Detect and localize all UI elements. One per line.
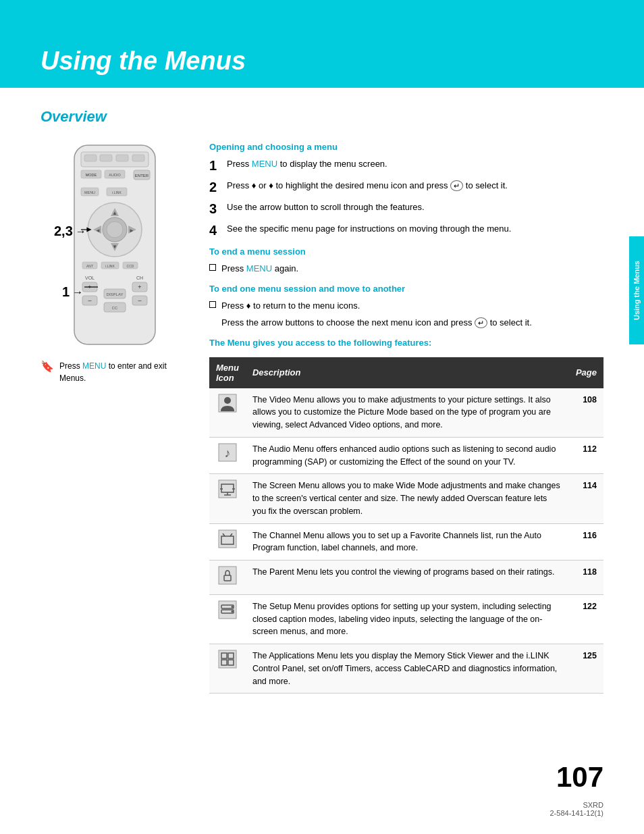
enter-button-symbol-2: ↵ — [475, 317, 487, 328]
svg-rect-5 — [132, 155, 144, 161]
end-session-list: Press MENU again. — [209, 262, 603, 276]
header-banner: Using the Menus — [0, 0, 644, 88]
end-move-text-2: Press the arrow buttons to choose the ne… — [221, 316, 532, 330]
bullet-square-2 — [209, 301, 216, 308]
table-row: The Applications Menu lets you display t… — [209, 644, 603, 694]
svg-text:ENTER: ENTER — [135, 174, 149, 178]
step-1-number: 1 — [209, 157, 221, 174]
step-2: 2 Press ♦ or ♦ to highlight the desired … — [209, 179, 603, 195]
table-row: The Video Menu allows you to make adjust… — [209, 388, 603, 438]
steps-list: 1 Press MENU to display the menu screen.… — [209, 157, 603, 238]
right-column: Opening and choosing a menu 1 Press MENU… — [209, 142, 603, 694]
end-session-heading: To end a menu session — [209, 246, 603, 257]
svg-rect-3 — [100, 155, 112, 161]
page-title: Using the Menus — [41, 47, 246, 76]
table-icon-cell — [209, 594, 246, 644]
svg-rect-2 — [84, 155, 97, 161]
end-session-text-1: Press MENU again. — [221, 262, 298, 276]
table-icon-cell — [209, 474, 246, 523]
svg-text:MENU: MENU — [84, 190, 95, 194]
enter-button-symbol: ↵ — [450, 180, 463, 191]
end-move-list: Press ♦ to return to the menu icons. Pre… — [209, 299, 603, 330]
svg-text:CCD: CCD — [127, 264, 134, 268]
col-page: Page — [569, 357, 603, 388]
table-page-cell: 118 — [569, 561, 603, 595]
table-header-row: Menu Icon Description Page — [209, 357, 603, 388]
menu-keyword-1: MENU — [252, 159, 277, 169]
svg-rect-4 — [116, 155, 128, 161]
col-description: Description — [246, 357, 569, 388]
svg-text:i.LINK: i.LINK — [105, 264, 115, 268]
table-desc-cell: The Parent Menu lets you control the vie… — [246, 561, 569, 595]
svg-text:♪: ♪ — [224, 446, 230, 460]
svg-text:–: – — [88, 297, 91, 304]
svg-text:VOL: VOL — [85, 276, 95, 280]
table-row: The Screen Menu allows you to make Wide … — [209, 474, 603, 523]
svg-text:ANT: ANT — [86, 264, 93, 268]
side-tab: Using the Menus — [629, 236, 644, 344]
svg-text:AUDIO: AUDIO — [109, 173, 121, 177]
table-icon-cell: ♪ — [209, 437, 246, 474]
svg-text:i.LINK: i.LINK — [112, 190, 122, 194]
table-heading: The Menu gives you access to the followi… — [209, 338, 603, 348]
table-row: The Channel Menu allows you to set up a … — [209, 523, 603, 561]
table-desc-cell: The Applications Menu lets you display t… — [246, 644, 569, 694]
svg-text:►: ► — [129, 228, 134, 234]
step-1: 1 Press MENU to display the menu screen. — [209, 157, 603, 174]
step-4: 4 See the specific menu page for instruc… — [209, 222, 603, 238]
table-page-cell: 112 — [569, 437, 603, 474]
svg-text:CH: CH — [136, 276, 143, 280]
page-number: 107 — [556, 761, 603, 793]
table-desc-cell: The Audio Menu offers enhanced audio opt… — [246, 437, 569, 474]
footer-line2: 2-584-141-12(1) — [550, 809, 604, 817]
end-move-text-1: Press ♦ to return to the menu icons. — [221, 299, 360, 313]
footer: SXRD 2-584-141-12(1) — [550, 801, 604, 817]
menu-keyword-end: MENU — [246, 263, 272, 273]
table-desc-cell: The Screen Menu allows you to make Wide … — [246, 474, 569, 523]
menu-keyword-note: MENU — [82, 361, 106, 371]
side-tab-text: Using the Menus — [633, 261, 641, 320]
svg-text:DISPLAY: DISPLAY — [107, 292, 124, 296]
main-content: Overview ENTER — [0, 88, 644, 727]
step-4-number: 4 — [209, 222, 221, 238]
end-move-heading: To end one menu session and move to anot… — [209, 284, 603, 294]
table-icon-cell — [209, 644, 246, 694]
table-icon-cell — [209, 561, 246, 595]
left-column: ENTER MODE AUDIO — [41, 142, 189, 694]
opening-section-heading: Opening and choosing a menu — [209, 142, 603, 152]
overview-heading: Overview — [41, 108, 603, 126]
table-row: The Setup Menu provides options for sett… — [209, 594, 603, 644]
remote-container: ENTER MODE AUDIO — [61, 142, 169, 353]
col-icon: Menu Icon — [209, 357, 246, 388]
svg-text:MODE: MODE — [86, 173, 97, 177]
table-page-cell: 114 — [569, 474, 603, 523]
table-desc-cell: The Channel Menu allows you to set up a … — [246, 523, 569, 561]
note-icon: 🔖 — [41, 360, 54, 373]
svg-text:▲: ▲ — [112, 210, 117, 216]
bullet-square-1 — [209, 264, 216, 271]
content-layout: ENTER MODE AUDIO — [41, 142, 603, 694]
svg-point-69 — [231, 606, 233, 608]
step-2-text: Press ♦ or ♦ to highlight the desired me… — [227, 179, 508, 192]
footer-line1: SXRD — [550, 801, 604, 809]
svg-text:CC: CC — [112, 306, 118, 310]
table-row: ♪ The Audio Menu offers enhanced audio o… — [209, 437, 603, 474]
svg-text:▼: ▼ — [112, 244, 117, 250]
end-session-item-1: Press MENU again. — [209, 262, 603, 276]
features-table: Menu Icon Description Page The Video Men… — [209, 357, 603, 694]
svg-point-18 — [107, 221, 123, 238]
table-icon-cell — [209, 523, 246, 561]
svg-point-51 — [224, 397, 231, 404]
table-desc-cell: The Setup Menu provides options for sett… — [246, 594, 569, 644]
table-row: The Parent Menu lets you control the vie… — [209, 561, 603, 595]
press-menu-note: 🔖 Press MENU to enter and exit Menus. — [41, 360, 189, 384]
step-3: 3 Use the arrow button to scroll through… — [209, 201, 603, 217]
step-3-text: Use the arrow button to scroll through t… — [227, 201, 425, 214]
table-page-cell: 108 — [569, 388, 603, 438]
step-3-number: 3 — [209, 201, 221, 217]
svg-point-70 — [231, 610, 233, 613]
end-move-item-2: Press the arrow buttons to choose the ne… — [209, 316, 603, 330]
table-page-cell: 116 — [569, 523, 603, 561]
table-page-cell: 125 — [569, 644, 603, 694]
step-2-number: 2 — [209, 179, 221, 195]
